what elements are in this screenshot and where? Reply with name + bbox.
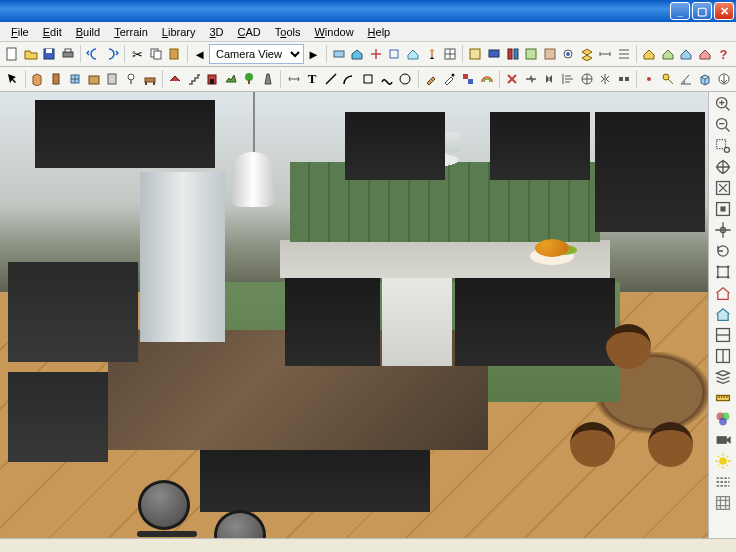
reflect-tool[interactable] <box>597 69 614 89</box>
menu-build[interactable]: Build <box>69 24 107 40</box>
box-tool[interactable] <box>360 69 377 89</box>
display-options-button[interactable] <box>486 44 503 64</box>
record-walkthrough-button[interactable] <box>713 430 733 450</box>
fireplace-tool[interactable] <box>204 69 221 89</box>
elevation-button[interactable] <box>386 44 403 64</box>
road-tool[interactable] <box>260 69 277 89</box>
stair-tool[interactable] <box>185 69 202 89</box>
render-button[interactable] <box>713 451 733 471</box>
wall-tool[interactable] <box>29 69 46 89</box>
menu-edit[interactable]: Edit <box>36 24 69 40</box>
cabinet-tool[interactable] <box>85 69 102 89</box>
split-vert-button[interactable] <box>713 346 733 366</box>
grid-toggle-button[interactable] <box>713 493 733 513</box>
split-horiz-button[interactable] <box>713 325 733 345</box>
transform-button[interactable] <box>713 262 733 282</box>
house3-button[interactable] <box>678 44 695 64</box>
menu-cad[interactable]: CAD <box>231 24 268 40</box>
help-button[interactable]: ? <box>715 44 732 64</box>
adjust-view-button[interactable] <box>560 44 577 64</box>
paste-button[interactable] <box>166 44 183 64</box>
color-toggle-button[interactable] <box>713 409 733 429</box>
layers-button[interactable] <box>579 44 596 64</box>
tape-measure[interactable] <box>660 69 677 89</box>
material-list-button[interactable] <box>467 44 484 64</box>
fixture-tool[interactable] <box>123 69 140 89</box>
house4-button[interactable] <box>697 44 714 64</box>
cut-button[interactable]: ✂ <box>129 44 146 64</box>
open-button[interactable] <box>23 44 40 64</box>
house2-button[interactable] <box>660 44 677 64</box>
new-file-button[interactable] <box>4 44 21 64</box>
save-button[interactable] <box>41 44 58 64</box>
zoom-extents-button[interactable] <box>713 199 733 219</box>
appliance-tool[interactable] <box>104 69 121 89</box>
floor-camera-button[interactable] <box>330 44 347 64</box>
3d-viewport[interactable] <box>0 92 709 538</box>
temp-dimension-button[interactable] <box>597 44 614 64</box>
plan-view-button[interactable] <box>442 44 459 64</box>
menu-window[interactable]: Window <box>307 24 360 40</box>
spline-tool[interactable] <box>378 69 395 89</box>
menu-terrain[interactable]: Terrain <box>107 24 155 40</box>
measure-button[interactable] <box>713 388 733 408</box>
prev-view-button[interactable]: ◄ <box>192 44 209 64</box>
line-tool[interactable] <box>322 69 339 89</box>
dimension-tool[interactable] <box>285 69 302 89</box>
dollhouse-button[interactable] <box>713 283 733 303</box>
circle-tool[interactable] <box>397 69 414 89</box>
delete-surface[interactable] <box>504 69 521 89</box>
select-library-button[interactable] <box>541 44 558 64</box>
adjust-material[interactable] <box>460 69 477 89</box>
close-button[interactable]: ✕ <box>714 2 734 20</box>
angle-tool[interactable] <box>678 69 695 89</box>
house-wizard-button[interactable] <box>641 44 658 64</box>
copy-button[interactable] <box>148 44 165 64</box>
line-weight-button[interactable] <box>616 44 633 64</box>
furniture-tool[interactable] <box>141 69 158 89</box>
layer-toggle-button[interactable] <box>713 367 733 387</box>
select-tool[interactable] <box>4 69 21 89</box>
multi-copy-tool[interactable] <box>615 69 632 89</box>
elevation-marker[interactable] <box>715 69 732 89</box>
rotate-view-button[interactable] <box>713 241 733 261</box>
pan-button[interactable] <box>713 157 733 177</box>
library-browser-button[interactable] <box>523 44 540 64</box>
point-marker[interactable] <box>641 69 658 89</box>
walkthrough-button[interactable] <box>423 44 440 64</box>
reverse-tool[interactable] <box>541 69 558 89</box>
menu-library[interactable]: Library <box>155 24 203 40</box>
line-style-button[interactable] <box>713 472 733 492</box>
maximize-button[interactable]: ▢ <box>692 2 712 20</box>
material-painter[interactable] <box>422 69 439 89</box>
plant-tool[interactable] <box>241 69 258 89</box>
menu-3d[interactable]: 3D <box>202 24 230 40</box>
roof-tool[interactable] <box>167 69 184 89</box>
glass-house-toggle[interactable] <box>713 304 733 324</box>
menu-tools[interactable]: Tools <box>268 24 308 40</box>
material-eyedropper[interactable] <box>441 69 458 89</box>
zoom-in-button[interactable] <box>713 94 733 114</box>
zoom-window-button[interactable] <box>713 136 733 156</box>
text-tool[interactable]: T <box>304 69 321 89</box>
terrain-tool[interactable] <box>223 69 240 89</box>
align-tool[interactable] <box>560 69 577 89</box>
full-camera-button[interactable] <box>349 44 366 64</box>
crosshair-button[interactable] <box>713 220 733 240</box>
fill-window-button[interactable] <box>713 178 733 198</box>
next-view-button[interactable]: ► <box>305 44 322 64</box>
redo-button[interactable] <box>104 44 121 64</box>
arc-tool[interactable] <box>341 69 358 89</box>
door-tool[interactable] <box>48 69 65 89</box>
undo-button[interactable] <box>85 44 102 64</box>
window-tool[interactable] <box>67 69 84 89</box>
reference-button[interactable] <box>504 44 521 64</box>
volume-tool[interactable] <box>697 69 714 89</box>
minimize-button[interactable]: _ <box>670 2 690 20</box>
zoom-out-button[interactable] <box>713 115 733 135</box>
cross-section-button[interactable] <box>368 44 385 64</box>
glass-house-button[interactable] <box>405 44 422 64</box>
view-select[interactable]: Camera View Set <box>209 44 304 64</box>
menu-file[interactable]: File <box>4 24 36 40</box>
print-button[interactable] <box>60 44 77 64</box>
